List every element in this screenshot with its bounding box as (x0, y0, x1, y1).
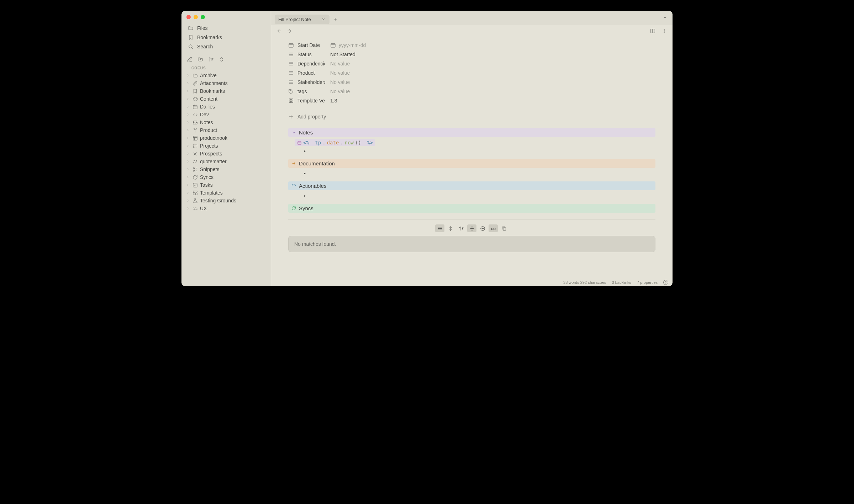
tree-item-content[interactable]: Content (184, 95, 269, 103)
properties-count[interactable]: 7 properties (637, 280, 658, 285)
close-window[interactable] (186, 15, 191, 19)
property-key[interactable]: Start Date (288, 42, 325, 48)
chevron-right-icon (186, 89, 190, 93)
property-key[interactable]: Product (288, 70, 325, 76)
tree-item-product[interactable]: Product (184, 126, 269, 134)
property-key[interactable]: Template Vers… (288, 98, 325, 104)
collapse-button[interactable] (218, 56, 225, 63)
property-key[interactable]: Stakeholders (288, 79, 325, 85)
tab-close-button[interactable] (321, 17, 326, 22)
tab-list-dropdown[interactable] (663, 15, 668, 21)
notes-bullet[interactable]: • (288, 148, 655, 157)
calendar-icon (330, 42, 336, 48)
help-button[interactable]: ? (663, 280, 668, 285)
tree-item-syncs[interactable]: Syncs (184, 173, 269, 181)
sidebar-bookmarks[interactable]: Bookmarks (184, 33, 268, 42)
sidebar-search[interactable]: Search (184, 42, 268, 51)
maximize-window[interactable] (201, 15, 205, 19)
section-actionables-heading[interactable]: Actionables (288, 181, 655, 190)
chevron-right-icon (186, 105, 190, 109)
backlinks-count[interactable]: 0 backlinks (612, 280, 631, 285)
dashed-icon (192, 143, 198, 149)
word-count[interactable]: 33 words 292 characters (563, 280, 606, 285)
tree-item-label: Templates (200, 190, 223, 196)
status-bar: 33 words 292 characters 0 backlinks 7 pr… (559, 278, 673, 286)
tree-item-dailies[interactable]: Dailies (184, 103, 269, 111)
tree-item-testing-grounds[interactable]: Testing Grounds (184, 197, 269, 205)
tree-item-tasks[interactable]: Tasks (184, 181, 269, 189)
expand-button[interactable] (446, 224, 455, 232)
inbox-icon (192, 120, 198, 125)
new-folder-button[interactable] (197, 56, 204, 63)
tree-item-dev[interactable]: Dev (184, 111, 269, 118)
collapse-results-button[interactable] (478, 224, 487, 232)
section-documentation-label: Documentation (299, 160, 335, 166)
tree-item-quotematter[interactable]: quotematter (184, 158, 269, 165)
section-notes-heading[interactable]: Notes (288, 128, 655, 137)
tree-item-label: Tasks (200, 182, 213, 188)
strikethrough-button[interactable] (467, 224, 476, 232)
tree-item-snippets[interactable]: Snippets (184, 165, 269, 173)
section-syncs-heading[interactable]: Syncs (288, 204, 655, 213)
divider (288, 219, 655, 219)
svg-rect-7 (193, 183, 197, 187)
sidebar-files[interactable]: Files (184, 23, 268, 33)
actionables-bullet[interactable]: • (288, 192, 655, 202)
template-icon (192, 190, 198, 196)
property-row-stakeholders: Stakeholders No value (288, 78, 655, 87)
sort-query-button[interactable] (457, 224, 466, 232)
property-value[interactable]: No value (330, 79, 350, 85)
tree-item-archive[interactable]: Archive (184, 71, 269, 79)
reading-mode-button[interactable] (650, 28, 656, 34)
tree-item-ux[interactable]: UX (184, 205, 269, 212)
property-value[interactable]: No value (330, 70, 350, 76)
property-key[interactable]: tags (288, 89, 325, 94)
list-view-button[interactable] (435, 224, 444, 232)
tree-item-bookmarks[interactable]: Bookmarks (184, 87, 269, 95)
tree-item-prospects[interactable]: Prospects (184, 150, 269, 158)
chevron-right-icon (186, 81, 190, 85)
window-controls (181, 11, 271, 22)
svg-rect-8 (193, 191, 197, 192)
copy-button[interactable] (499, 224, 508, 232)
property-key-label: Dependencies (297, 61, 325, 67)
minimize-window[interactable] (194, 15, 198, 19)
property-value[interactable]: Not Started (330, 52, 355, 57)
new-tab-button[interactable] (332, 16, 339, 23)
property-value[interactable]: yyyy-mm-dd (339, 42, 366, 48)
add-property-button[interactable]: Add property (288, 112, 655, 122)
template-close: %> (367, 140, 373, 145)
property-value[interactable]: No value (330, 61, 350, 67)
documentation-bullet[interactable]: • (288, 170, 655, 179)
list-icon (288, 70, 294, 76)
layout-icon (192, 135, 198, 141)
tree-item-notes[interactable]: Notes (184, 118, 269, 126)
paperclip-icon (192, 80, 198, 86)
nav-back-button[interactable] (276, 28, 283, 34)
tree-item-attachments[interactable]: Attachments (184, 79, 269, 87)
chevron-right-icon (186, 112, 190, 117)
templater-code[interactable]: <% tp.date.now() %> (295, 139, 375, 146)
sort-button[interactable] (208, 56, 214, 63)
section-documentation-heading[interactable]: Documentation (288, 159, 655, 168)
chevron-right-icon (186, 152, 190, 156)
svg-rect-19 (289, 101, 291, 102)
refresh-icon (192, 174, 198, 180)
search-icon (188, 44, 194, 49)
property-key[interactable]: Status (288, 52, 325, 57)
tab-active[interactable]: Fill Project Note (275, 15, 330, 24)
tree-item-templates[interactable]: Templates (184, 189, 269, 197)
property-value[interactable]: 1.3 (330, 98, 337, 104)
svg-rect-3 (193, 144, 197, 148)
property-key[interactable]: Dependencies (288, 61, 325, 67)
tree-item-label: Content (200, 96, 217, 102)
reading-glasses-button[interactable] (489, 224, 498, 232)
new-note-button[interactable] (186, 56, 193, 63)
tree-item-productnook[interactable]: productnook (184, 134, 269, 142)
nav-forward-button[interactable] (286, 28, 292, 34)
tree-item-projects[interactable]: Projects (184, 142, 269, 150)
property-value[interactable]: No value (330, 89, 350, 94)
sidebar-search-label: Search (197, 44, 213, 49)
more-options-button[interactable] (661, 28, 668, 34)
calendar-icon (288, 42, 294, 48)
